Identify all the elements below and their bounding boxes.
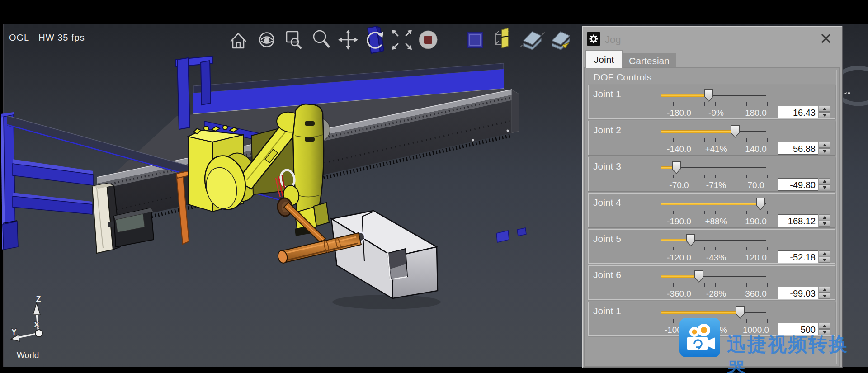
- dof-controls-title: DOF Controls: [587, 70, 836, 85]
- joint-label: Joint 4: [593, 197, 621, 208]
- close-icon[interactable]: [820, 33, 832, 44]
- tab-cartesian[interactable]: Cartesian: [622, 53, 676, 68]
- joint-label: Joint 1: [593, 89, 621, 99]
- tab-joint[interactable]: Joint: [585, 50, 623, 68]
- joint-value-spinner: [819, 106, 830, 118]
- slider-tick: [673, 247, 674, 250]
- spin-up-button[interactable]: [819, 106, 830, 112]
- slider-tick: [757, 319, 757, 323]
- slider-tick: [663, 247, 663, 250]
- spin-down-button[interactable]: [819, 257, 830, 263]
- spin-up-button[interactable]: [819, 214, 830, 220]
- slider-tick: [757, 247, 757, 250]
- slider-thumb[interactable]: [704, 89, 713, 102]
- slider-tick: [726, 247, 726, 250]
- slider-tick: [767, 102, 768, 106]
- slider-thumb[interactable]: [731, 125, 740, 138]
- slider-thumb[interactable]: [686, 234, 695, 246]
- slider-thumb[interactable]: [756, 198, 765, 210]
- slider-thumb[interactable]: [736, 306, 745, 319]
- slider-tick: [673, 319, 674, 323]
- joint-value-input[interactable]: -49.80: [778, 178, 818, 191]
- stop-icon[interactable]: [467, 32, 483, 47]
- slider-tick: [673, 211, 674, 214]
- renderer-status: OGL - HW 35 fps: [9, 33, 85, 42]
- joint-value-input[interactable]: -52.18: [778, 250, 818, 263]
- slider-tick: [715, 247, 716, 250]
- z-axis-label: Z: [36, 295, 41, 304]
- slider-tick: [663, 211, 663, 214]
- slider-tick: [736, 283, 736, 287]
- slider-tick: [767, 175, 768, 178]
- slider-tick: [704, 102, 705, 106]
- joint-value-spinner: [819, 142, 830, 155]
- slider-tick: [715, 138, 716, 142]
- slider-tick: [704, 283, 705, 287]
- slider-tick: [726, 102, 726, 106]
- spin-down-button[interactable]: [819, 184, 830, 190]
- slider-tick: [736, 102, 736, 106]
- slider-tick: [684, 247, 684, 250]
- slider-tick: [704, 138, 705, 142]
- spin-up-button[interactable]: [819, 142, 830, 148]
- joint-value-input[interactable]: -99.03: [778, 287, 818, 299]
- slider-tick: [726, 283, 726, 287]
- slider-tick: [694, 283, 694, 287]
- slider-tick: [746, 319, 747, 323]
- slider-tick: [736, 247, 736, 250]
- slider-tick: [757, 175, 757, 178]
- joint-row: Joint 5-120.0-43%120.0-52.18: [588, 229, 835, 264]
- spin-down-button[interactable]: [819, 148, 830, 154]
- jog-panel-header[interactable]: Jog: [582, 26, 842, 50]
- slider-tick: [736, 138, 736, 142]
- slider-fill: [661, 275, 699, 278]
- spin-down-button[interactable]: [819, 112, 830, 118]
- joint-row: Joint 1-180.0-9%180.0-16.43: [588, 85, 835, 119]
- gear-icon[interactable]: [587, 32, 600, 46]
- joint-value-spinner: [819, 214, 830, 227]
- slider-tick: [715, 211, 716, 214]
- joint-value-input[interactable]: -16.43: [778, 106, 818, 118]
- slider-tick: [746, 247, 747, 250]
- spin-down-button[interactable]: [819, 293, 830, 299]
- slider-tick: [684, 102, 684, 106]
- slider-tick: [673, 283, 674, 287]
- joint-row: Joint 2-140.0+41%140.056.88: [588, 121, 835, 155]
- spin-up-button[interactable]: [819, 250, 830, 256]
- slider-tick: [726, 138, 726, 142]
- slider-fill: [661, 203, 760, 205]
- range-max-label: 140.0: [729, 144, 783, 154]
- slider-fill: [661, 311, 740, 314]
- spin-up-button[interactable]: [819, 178, 830, 184]
- slider-tick: [736, 211, 736, 214]
- slider-tick: [704, 211, 705, 214]
- range-max-label: 120.0: [729, 253, 783, 263]
- slider-tick: [736, 319, 736, 323]
- range-max-label: 360.0: [729, 289, 783, 299]
- spin-down-button[interactable]: [819, 221, 830, 227]
- slider-tick: [757, 102, 757, 106]
- range-max-label: 70.0: [729, 180, 783, 190]
- joint-value-input[interactable]: 168.12: [778, 214, 818, 227]
- jog-tab-strip: Joint Cartesian: [582, 50, 842, 68]
- joint-label: Joint 2: [593, 125, 621, 136]
- slider-tick: [715, 175, 716, 178]
- spin-up-button[interactable]: [819, 287, 830, 293]
- slider-thumb[interactable]: [694, 270, 703, 283]
- slider-tick: [746, 175, 747, 178]
- slider-tick: [767, 247, 768, 250]
- slider-tick: [684, 175, 684, 178]
- jog-panel: Jog Joint Cartesian DOF Controls Joint 1…: [582, 26, 843, 368]
- record-icon[interactable]: [419, 31, 437, 49]
- slider-tick: [704, 247, 705, 250]
- slider-tick: [767, 319, 768, 323]
- slider-tick: [663, 319, 663, 323]
- joint-value-input[interactable]: 56.88: [778, 142, 818, 155]
- slider-tick: [694, 138, 694, 142]
- slider-thumb[interactable]: [672, 161, 681, 174]
- y-axis-label: Y: [11, 327, 17, 336]
- watermark-text: 迅捷视频转换器: [727, 332, 868, 373]
- slider-tick: [673, 102, 674, 106]
- slider-tick: [663, 138, 663, 142]
- spin-up-button[interactable]: [819, 323, 830, 329]
